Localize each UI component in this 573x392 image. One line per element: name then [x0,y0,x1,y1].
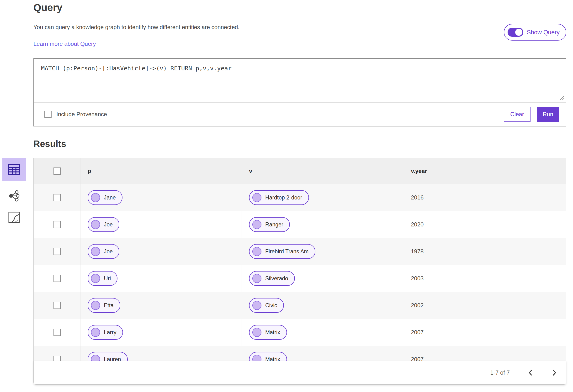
person-name: Uri [104,275,111,282]
include-provenance-option[interactable]: Include Provenance [44,111,107,118]
entity-node-icon [252,220,261,229]
select-all-checkbox[interactable] [54,168,61,175]
vehicle-entity-pill[interactable]: Firebird Trans Am [249,244,315,259]
person-name: Lauren [104,356,121,361]
table-body: Jane Hardtop 2-door 2016 [34,184,566,361]
toggle-knob [515,29,522,36]
graph-view-button[interactable] [2,189,26,203]
vehicle-year: 2016 [404,184,566,211]
row-checkbox[interactable] [54,275,61,282]
show-query-toggle[interactable]: Show Query [504,24,566,41]
person-entity-pill[interactable]: Joe [88,217,119,232]
table-row: Jane Hardtop 2-door 2016 [34,184,566,211]
next-page-button[interactable] [551,369,558,376]
entity-node-icon [91,274,100,283]
query-input[interactable]: MATCH (p:Person)-[:HasVehicle]->(v) RETU… [34,59,566,102]
clear-button[interactable]: Clear [504,107,531,122]
table-row: Joe Ranger 2020 [34,211,566,238]
person-entity-pill[interactable]: Uri [88,271,117,286]
show-query-label: Show Query [527,29,560,36]
vehicle-name: Silverado [265,275,288,282]
person-entity-pill[interactable]: Larry [88,325,123,340]
map-icon [8,211,20,223]
learn-more-link[interactable]: Learn more about Query [34,41,96,47]
entity-node-icon [252,301,261,310]
vehicle-entity-pill[interactable]: Matrix [249,325,287,340]
vehicle-name: Ranger [265,222,283,228]
entity-node-icon [252,328,261,337]
prev-page-button[interactable] [527,369,534,376]
person-entity-pill[interactable]: Etta [88,298,120,313]
table-row: Joe Firebird Trans Am 1978 [34,238,566,265]
vehicle-year: 2020 [404,211,566,238]
row-checkbox[interactable] [54,194,61,201]
query-description: You can query a knowledge graph to ident… [34,24,566,31]
map-view-button[interactable] [2,211,26,224]
vehicle-name: Firebird Trans Am [265,248,309,255]
row-checkbox[interactable] [54,356,61,361]
table-row: Uri Silverado 2003 [34,265,566,292]
vehicle-entity-pill[interactable]: Civic [249,298,284,313]
column-header-p: p [80,158,242,184]
entity-node-icon [91,247,100,256]
include-provenance-label: Include Provenance [56,111,107,118]
person-name: Larry [104,329,116,336]
row-checkbox[interactable] [54,329,61,336]
chevron-right-icon [552,369,557,376]
table-row: Etta Civic 2002 [34,292,566,319]
vehicle-entity-pill[interactable]: Hardtop 2-door [249,190,309,205]
table-icon [8,164,20,175]
page-title: Query [34,2,566,13]
entity-node-icon [91,301,100,310]
person-name: Jane [104,194,116,201]
vehicle-entity-pill[interactable]: Matrix [249,352,287,361]
person-name: Joe [104,248,113,255]
query-page: Query You can query a knowledge graph to… [0,0,573,392]
table-row: Larry Matrix 2007 [34,319,566,346]
view-switcher [2,158,26,224]
entity-node-icon [91,193,100,202]
table-row: Lauren Matrix 2007 [34,346,566,361]
results-title: Results [34,139,566,149]
column-header-v: v [242,158,404,184]
run-button[interactable]: Run [537,107,559,122]
vehicle-year: 2007 [404,346,566,361]
person-name: Joe [104,222,113,228]
query-panel: MATCH (p:Person)-[:HasVehicle]->(v) RETU… [34,58,566,126]
person-entity-pill[interactable]: Joe [88,244,119,259]
table-header-row: p v v.year [34,158,566,184]
table-view-button[interactable] [2,158,26,181]
pagination-bar: 1-7 of 7 [34,361,566,385]
results-table: p v v.year [34,158,566,385]
person-entity-pill[interactable]: Jane [88,190,123,205]
entity-node-icon [91,355,100,361]
vehicle-entity-pill[interactable]: Ranger [249,217,290,232]
vehicle-year: 2003 [404,265,566,292]
vehicle-name: Matrix [265,329,280,336]
vehicle-name: Hardtop 2-door [265,194,302,201]
column-header-vyear: v.year [404,158,566,184]
vehicle-year: 1978 [404,238,566,265]
resize-grip-icon[interactable] [559,95,565,101]
entity-node-icon [252,247,261,256]
person-name: Etta [104,302,114,309]
person-entity-pill[interactable]: Lauren [88,352,128,361]
vehicle-year: 2002 [404,292,566,319]
row-checkbox[interactable] [54,248,61,255]
row-checkbox[interactable] [54,302,61,309]
entity-node-icon [252,274,261,283]
pagination-range: 1-7 of 7 [490,369,510,376]
entity-node-icon [252,193,261,202]
network-graph-icon [8,189,20,202]
chevron-left-icon [528,369,533,376]
entity-node-icon [91,328,100,337]
toggle-switch-icon[interactable] [508,28,523,37]
entity-node-icon [91,220,100,229]
vehicle-name: Civic [265,302,277,309]
vehicle-year: 2007 [404,319,566,346]
vehicle-entity-pill[interactable]: Silverado [249,271,295,286]
entity-node-icon [252,355,261,361]
vehicle-name: Matrix [265,356,280,361]
row-checkbox[interactable] [54,221,61,228]
include-provenance-checkbox[interactable] [44,111,52,118]
